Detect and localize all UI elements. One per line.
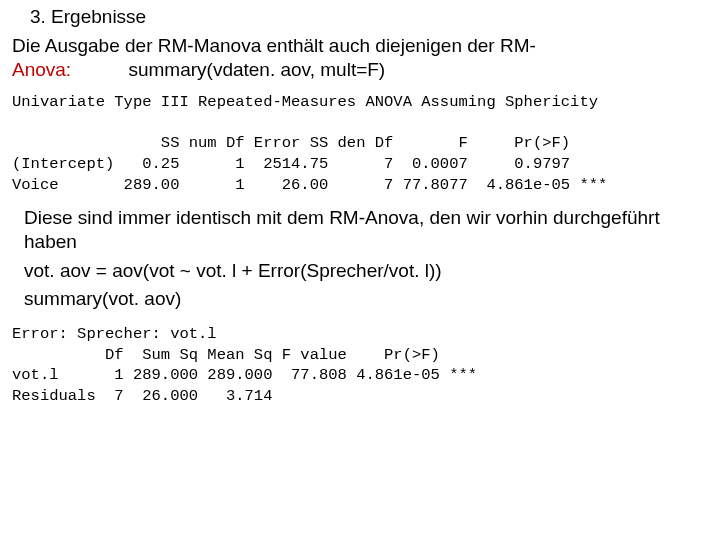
code-line-1: vot. aov = aov(vot ~ vot. l + Error(Spre… [24, 260, 708, 282]
intro-paragraph: Die Ausgabe der RM-Manova enthält auch d… [12, 34, 708, 82]
intro-line2: Anova: [12, 59, 71, 80]
section-heading: 3. Ergebnisse [30, 6, 708, 28]
intro-code: summary(vdaten. aov, mult=F) [128, 58, 385, 82]
intro-line1: Die Ausgabe der RM-Manova enthält auch d… [12, 35, 536, 56]
mid-paragraph: Diese sind immer identisch mit dem RM-An… [24, 206, 708, 254]
code-line-2: summary(vot. aov) [24, 288, 708, 310]
anova-output-2: Error: Sprecher: vot.l Df Sum Sq Mean Sq… [12, 324, 708, 408]
anova-output-1: Univariate Type III Repeated-Measures AN… [12, 92, 708, 197]
slide: 3. Ergebnisse Die Ausgabe der RM-Manova … [0, 0, 720, 540]
